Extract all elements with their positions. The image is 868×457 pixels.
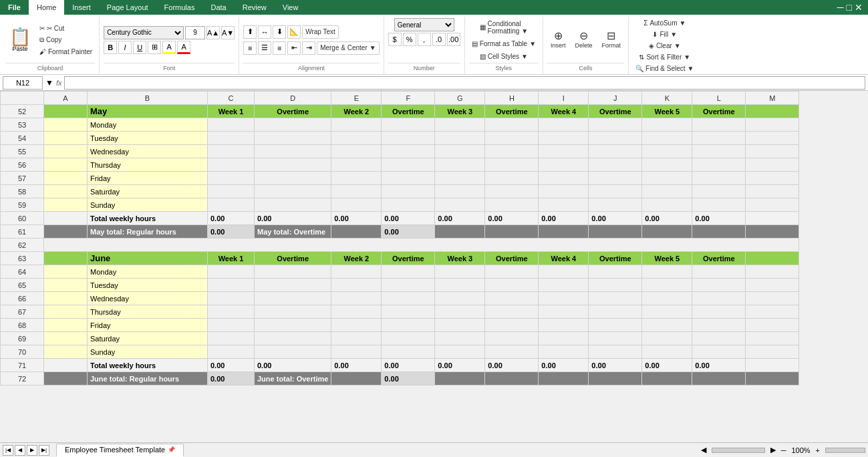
cell-i65[interactable]	[539, 279, 589, 292]
col-header-e[interactable]: E	[331, 92, 382, 105]
cell-l59[interactable]	[692, 198, 746, 212]
cell-c57[interactable]	[208, 172, 255, 185]
cell-j53[interactable]	[589, 118, 642, 132]
cell-h64[interactable]	[485, 265, 539, 279]
cell-i71[interactable]: 0.00	[539, 359, 589, 372]
cell-l58[interactable]	[692, 185, 746, 198]
cell-k67[interactable]	[642, 305, 692, 319]
delete-button[interactable]: ⊖ Delete	[572, 29, 596, 51]
cell-m60[interactable]	[746, 212, 799, 225]
cell-c69[interactable]	[208, 332, 255, 345]
cell-b54[interactable]: Tuesday	[88, 132, 208, 145]
font-decrease-btn[interactable]: A▼	[221, 26, 235, 39]
row-num-59[interactable]: 59	[1, 198, 44, 212]
cell-b52[interactable]: May	[88, 105, 208, 118]
cell-i63[interactable]: Week 4	[539, 252, 589, 265]
cell-l53[interactable]	[692, 118, 746, 132]
cell-a71[interactable]	[44, 359, 88, 372]
cell-c67[interactable]	[208, 305, 255, 319]
cell-g60[interactable]: 0.00	[435, 212, 485, 225]
cell-d61[interactable]: May total: Overtime	[255, 225, 331, 239]
cell-c60[interactable]: 0.00	[208, 212, 255, 225]
cell-b58[interactable]: Saturday	[88, 185, 208, 198]
cell-g69[interactable]	[435, 332, 485, 345]
cell-d60[interactable]: 0.00	[255, 212, 331, 225]
cell-l68[interactable]	[692, 319, 746, 332]
cell-b56[interactable]: Thursday	[88, 158, 208, 172]
cell-f55[interactable]	[382, 145, 435, 158]
cell-k59[interactable]	[642, 198, 692, 212]
cell-b69[interactable]: Saturday	[88, 332, 208, 345]
cell-c70[interactable]	[208, 345, 255, 359]
cell-m63[interactable]	[746, 252, 799, 265]
cell-j56[interactable]	[589, 158, 642, 172]
cell-c63[interactable]: Week 1	[208, 252, 255, 265]
cell-m68[interactable]	[746, 319, 799, 332]
format-painter-button[interactable]: 🖌 Format Painter	[37, 47, 95, 57]
cell-e69[interactable]	[331, 332, 382, 345]
cell-reference-input[interactable]	[3, 76, 43, 90]
cell-b53[interactable]: Monday	[88, 118, 208, 132]
cell-f68[interactable]	[382, 319, 435, 332]
cell-b57[interactable]: Friday	[88, 172, 208, 185]
cell-a54[interactable]	[44, 132, 88, 145]
row-num-66[interactable]: 66	[1, 292, 44, 305]
row-num-57[interactable]: 57	[1, 172, 44, 185]
cs-dropdown[interactable]: ▼	[521, 53, 528, 60]
cell-h54[interactable]	[485, 132, 539, 145]
cell-l57[interactable]	[692, 172, 746, 185]
cell-g52[interactable]: Week 3	[435, 105, 485, 118]
cell-j63[interactable]: Overtime	[589, 252, 642, 265]
cell-b55[interactable]: Wednesday	[88, 145, 208, 158]
decrease-decimal-btn[interactable]: .0	[432, 33, 446, 46]
underline-button[interactable]: U	[133, 41, 146, 54]
cell-f59[interactable]	[382, 198, 435, 212]
cell-d59[interactable]	[255, 198, 331, 212]
cell-f56[interactable]	[382, 158, 435, 172]
cell-m65[interactable]	[746, 279, 799, 292]
cell-j69[interactable]	[589, 332, 642, 345]
fill-color-button[interactable]: A	[162, 41, 176, 54]
cell-m70[interactable]	[746, 345, 799, 359]
cell-d66[interactable]	[255, 292, 331, 305]
cell-f67[interactable]	[382, 305, 435, 319]
cell-e72[interactable]	[331, 372, 382, 386]
cell-j64[interactable]	[589, 265, 642, 279]
cell-m52[interactable]	[746, 105, 799, 118]
cell-e60[interactable]: 0.00	[331, 212, 382, 225]
cell-l60[interactable]: 0.00	[692, 212, 746, 225]
cell-e66[interactable]	[331, 292, 382, 305]
row-num-67[interactable]: 67	[1, 305, 44, 319]
cell-g55[interactable]	[435, 145, 485, 158]
cell-a55[interactable]	[44, 145, 88, 158]
cell-i64[interactable]	[539, 265, 589, 279]
cell-d67[interactable]	[255, 305, 331, 319]
find-select-button[interactable]: 🔍 Find & Select ▼	[633, 63, 696, 73]
cell-k71[interactable]: 0.00	[642, 359, 692, 372]
cell-g63[interactable]: Week 3	[435, 252, 485, 265]
cell-d70[interactable]	[255, 345, 331, 359]
fill-button[interactable]: ⬇ Fill ▼	[649, 29, 680, 39]
cell-i59[interactable]	[539, 198, 589, 212]
tab-insert[interactable]: Insert	[64, 0, 99, 15]
cell-a52[interactable]	[44, 105, 88, 118]
cell-f53[interactable]	[382, 118, 435, 132]
cell-e52[interactable]: Week 2	[331, 105, 382, 118]
tab-formulas[interactable]: Formulas	[156, 0, 203, 15]
tab-page-layout[interactable]: Page Layout	[99, 0, 156, 15]
cell-l70[interactable]	[692, 345, 746, 359]
cell-i69[interactable]	[539, 332, 589, 345]
cell-i72[interactable]	[539, 372, 589, 386]
cell-e70[interactable]	[331, 345, 382, 359]
format-button[interactable]: ⊟ Format	[599, 29, 625, 51]
cell-f64[interactable]	[382, 265, 435, 279]
cell-k70[interactable]	[642, 345, 692, 359]
comma-btn[interactable]: ,	[418, 33, 431, 46]
cell-h71[interactable]: 0.00	[485, 359, 539, 372]
paste-button[interactable]: 📋 Paste	[5, 27, 35, 53]
cell-i56[interactable]	[539, 158, 589, 172]
cell-l56[interactable]	[692, 158, 746, 172]
tab-review[interactable]: Review	[235, 0, 275, 15]
cell-a72[interactable]	[44, 372, 88, 386]
cell-a58[interactable]	[44, 185, 88, 198]
